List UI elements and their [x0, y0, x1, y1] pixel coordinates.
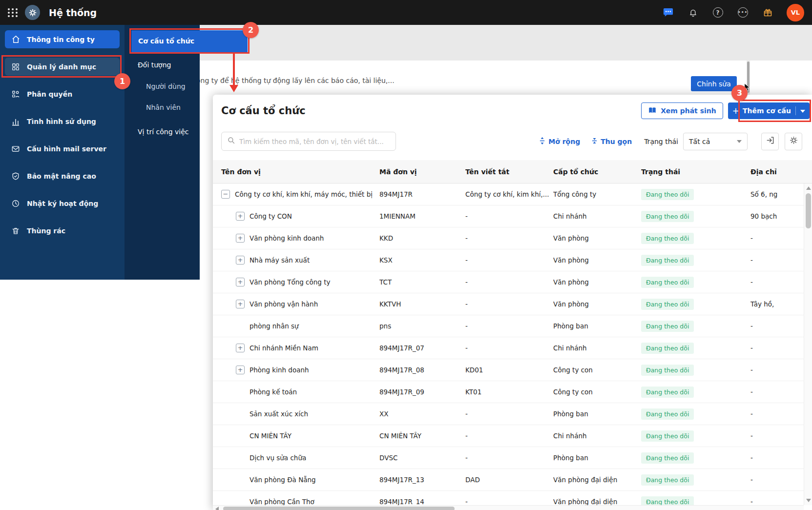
table-row[interactable]: +Phòng kinh doanh894MJ17R_08KD01Công ty … [213, 359, 812, 381]
table-row[interactable]: −Công ty cơ khí, kim khí, máy móc, thiết… [213, 184, 812, 205]
notification-bell-icon[interactable] [687, 7, 699, 19]
add-structure-button[interactable]: + Thêm cơ cấu [728, 102, 810, 119]
table-row[interactable]: Dịch vụ sửa chữaDVSC-Phòng banĐang theo … [213, 447, 812, 469]
sidebar-item-category-management[interactable]: Quản lý danh mục [5, 58, 120, 76]
edit-button[interactable]: Chỉnh sửa [691, 76, 737, 91]
sidebar-item-advanced-security[interactable]: Bảo mật nâng cao [5, 167, 120, 185]
status-filter-value: Tất cả [689, 138, 710, 145]
user-avatar[interactable]: VL [787, 4, 804, 21]
screen: Hệ thống ? ••• VL Thông tin công ty Quản… [0, 0, 812, 510]
table-row[interactable]: CN MIỀN TÂYCN MIỀN TÂY-Chi nhánhĐang the… [213, 425, 812, 447]
table-row[interactable]: +Văn phòng Tổng công tyTCT-Văn phòngĐang… [213, 271, 812, 293]
unit-name[interactable]: phòng nhân sự [250, 322, 299, 330]
expand-all-label: Mở rộng [548, 138, 580, 145]
abbreviation-cell: DAD [465, 476, 553, 484]
scroll-down-arrow[interactable] [806, 499, 811, 502]
expand-node-button[interactable]: + [236, 278, 245, 286]
expand-node-button[interactable]: + [236, 366, 245, 374]
sidebar-item-company-info[interactable]: Thông tin công ty [5, 30, 120, 48]
unit-name[interactable]: Công ty CON [250, 212, 292, 220]
table-row[interactable]: +Văn phòng kinh doanhKKD-Văn phòngĐang t… [213, 227, 812, 249]
org-level-cell: Chi nhánh [553, 344, 641, 352]
vertical-scroll-thumb[interactable] [806, 193, 811, 228]
submenu-item-org-structure[interactable]: Cơ cấu tổ chức [131, 30, 248, 52]
collapse-all-link[interactable]: Thu gọn [591, 137, 632, 146]
col-header-org-level[interactable]: Cấp tổ chức [553, 168, 641, 176]
expand-node-button[interactable]: + [236, 256, 245, 265]
unit-code-cell: 894MJ17R_14 [379, 498, 465, 505]
chat-icon[interactable] [662, 7, 674, 19]
table-row[interactable]: Phòng kế toán894MJ17R_09KT01Công ty conĐ… [213, 381, 812, 403]
unit-name[interactable]: CN MIỀN TÂY [250, 432, 291, 440]
help-icon[interactable]: ? [712, 7, 724, 19]
sidebar-item-usage[interactable]: Tình hình sử dụng [5, 112, 120, 130]
unit-name[interactable]: Văn phòng kinh doanh [250, 234, 324, 242]
submenu-item-job-positions[interactable]: Vị trí công việc [125, 124, 200, 140]
unit-name[interactable]: Chi nhánh Miền Nam [250, 344, 318, 352]
promo-gift-icon[interactable] [762, 7, 773, 19]
unit-name[interactable]: Phòng kế toán [250, 388, 297, 396]
unit-name[interactable]: Văn phòng Cần Thơ [250, 498, 314, 505]
unit-name-cell: Sản xuất xúc xích [213, 410, 379, 418]
unit-name[interactable]: Nhà máy sản xuất [250, 256, 310, 264]
table-row[interactable]: Sản xuất xúc xíchXX-Phòng banĐang theo d… [213, 403, 812, 425]
table-settings-button[interactable] [785, 133, 802, 150]
add-structure-label: Thêm cơ cấu [743, 107, 791, 115]
table-row[interactable]: +Công ty CON1MIENNAM-Chi nhánhĐang theo … [213, 205, 812, 227]
expand-node-button[interactable]: + [236, 300, 245, 308]
table-row[interactable]: Văn phòng Cần Thơ894MJ17R_14-Văn phòng đ… [213, 491, 812, 505]
col-header-status[interactable]: Trạng thái [641, 168, 750, 176]
table-row[interactable]: phòng nhân sựpns-Phòng banĐang theo dõi- [213, 315, 812, 337]
submenu-item-users[interactable]: Người dùng [125, 79, 200, 94]
unit-code-cell: KSX [379, 256, 465, 264]
sidebar-item-permissions[interactable]: Phân quyền [5, 85, 120, 103]
table-row[interactable]: +Nhà máy sản xuấtKSX-Văn phòngĐang theo … [213, 249, 812, 271]
col-header-unit-name[interactable]: Tên đơn vị [213, 168, 379, 176]
expand-node-button[interactable]: + [236, 212, 245, 221]
abbreviation-cell: - [465, 212, 553, 220]
org-level-cell: Phòng ban [553, 322, 641, 330]
export-button[interactable] [761, 133, 779, 150]
unit-name-cell: +Văn phòng vận hành [213, 300, 379, 308]
status-cell: Đang theo dõi [641, 474, 750, 486]
horizontal-scroll-thumb[interactable] [223, 507, 455, 510]
expand-all-link[interactable]: Mở rộng [539, 137, 580, 146]
status-filter-select[interactable]: Tất cả [683, 133, 748, 150]
more-options-icon[interactable]: ••• [737, 7, 749, 19]
table-row[interactable]: Văn phòng Đà Nẵng894MJ17R_13DADVăn phòng… [213, 469, 812, 491]
unit-name[interactable]: Phòng kinh doanh [250, 366, 309, 374]
expand-node-button[interactable]: + [236, 234, 245, 243]
search-input[interactable] [239, 138, 390, 145]
expand-node-button[interactable]: + [236, 344, 245, 352]
activity-log-icon [11, 199, 21, 208]
view-incurred-button[interactable]: Xem phát sinh [641, 102, 723, 119]
sidebar-item-label: Tình hình sử dụng [27, 118, 96, 125]
horizontal-scrollbar[interactable] [213, 505, 804, 510]
submenu-item-doi-tuong[interactable]: Đối tượng [125, 57, 200, 73]
sidebar-item-label: Phân quyền [27, 90, 72, 98]
unit-name[interactable]: Văn phòng Đà Nẵng [250, 476, 316, 484]
col-header-address[interactable]: Địa chỉ [750, 168, 812, 176]
table-row[interactable]: +Văn phòng vận hànhKKTVH-Văn phòngĐang t… [213, 293, 812, 315]
app-launcher-icon[interactable] [8, 8, 18, 17]
unit-name[interactable]: Văn phòng Tổng công ty [250, 278, 330, 286]
collapse-node-button[interactable]: − [221, 190, 230, 199]
sidebar-item-activity-log[interactable]: Nhật ký hoạt động [5, 194, 120, 212]
scroll-left-arrow[interactable] [215, 507, 219, 510]
unit-name[interactable]: Văn phòng vận hành [250, 300, 318, 308]
unit-name[interactable]: Dịch vụ sửa chữa [250, 454, 306, 462]
col-header-abbreviation[interactable]: Tên viết tắt [465, 168, 553, 176]
abbreviation-cell: - [465, 454, 553, 462]
scroll-up-arrow[interactable] [806, 186, 811, 190]
annotation-arrow-head [229, 85, 238, 92]
vertical-scrollbar[interactable] [804, 184, 812, 505]
chevron-down-icon[interactable] [800, 110, 805, 113]
table-row[interactable]: +Chi nhánh Miền Nam894MJ17R_07-Chi nhánh… [213, 337, 812, 359]
unit-name[interactable]: Sản xuất xúc xích [250, 410, 308, 418]
col-header-unit-code[interactable]: Mã đơn vị [379, 168, 465, 176]
unit-code-cell: pns [379, 322, 465, 330]
submenu-item-employees[interactable]: Nhân viên [125, 100, 200, 115]
sidebar-item-mail-server[interactable]: Cấu hình mail server [5, 140, 120, 158]
unit-name[interactable]: Công ty cơ khí, kim khí, máy móc, thiết … [235, 190, 373, 198]
sidebar-item-trash[interactable]: Thùng rác [5, 222, 120, 240]
